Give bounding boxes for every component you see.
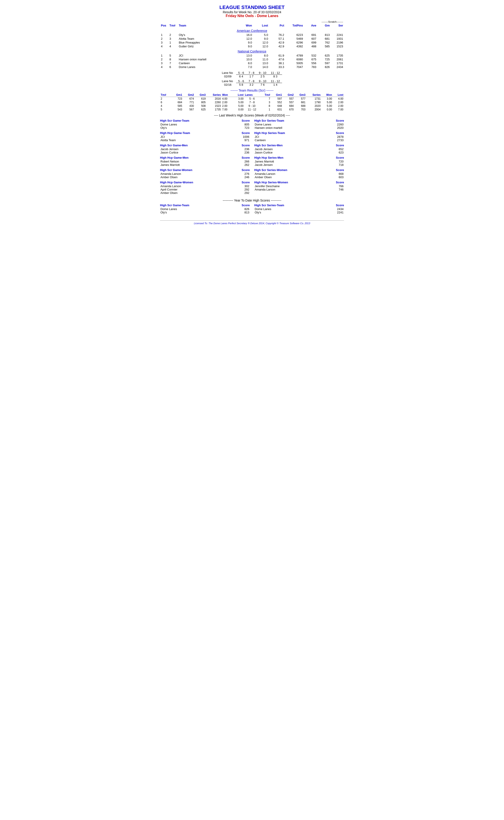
- last-week-title: ---- Last Week's High Scores (Week of 02…: [160, 114, 344, 117]
- team-name: Canteen: [178, 61, 237, 65]
- totpins: 7047: [285, 65, 304, 69]
- score-block-right: High Hcp Series-Women Score Jennifer Des…: [254, 181, 344, 195]
- pos: 4: [160, 65, 169, 69]
- res-gm1-1: 585: [171, 104, 183, 108]
- scorer-score: 292: [244, 188, 249, 191]
- col-won: Won: [237, 23, 253, 28]
- score-category-title: High Scr Game-Women: [160, 168, 192, 172]
- lost: 12.0: [253, 44, 269, 48]
- res-gm3-1: 805: [195, 101, 206, 104]
- ser: 2241: [331, 33, 344, 37]
- results-table: Tm#Gm1Gm2Gm3SeriesWonLostLanesTm#Gm1Gm2G…: [160, 93, 344, 111]
- res-lanes: 7 - 8: [244, 101, 260, 104]
- team-name: Dome Lanes: [178, 65, 237, 69]
- res-won-1: 4.00: [221, 97, 233, 101]
- score-block-left: High Hcp Game-Women Score Amanda Larson …: [160, 181, 250, 195]
- scorer-name: Jacob Jensen: [255, 163, 273, 167]
- scorer-name: April Cormier: [160, 188, 177, 191]
- score-entry: Oly's 723: [160, 126, 250, 129]
- score-category-title: High Scr Series-Team: [254, 204, 284, 207]
- score-col-label: Score: [336, 204, 344, 207]
- score-col-label: Score: [336, 156, 344, 159]
- lane-vals: 7 6: [257, 83, 269, 87]
- lane-assignment: Lane No 5 - 67 - 89 - 1011 - 1202/165 83…: [160, 79, 344, 86]
- res-gm1-1: 684: [171, 101, 183, 104]
- scorer-score: 723: [244, 126, 249, 129]
- score-entry: Amanda Larson 668: [254, 172, 344, 175]
- ave: 783: [304, 65, 317, 69]
- score-block-header: High Hcp Series-Women Score: [254, 181, 344, 184]
- results-col-header: Series: [206, 93, 221, 97]
- score-block-header: High Hcp Game-Team Score: [160, 131, 250, 135]
- gm: 585: [317, 44, 331, 48]
- gm: 597: [317, 61, 331, 65]
- totpins: 6296: [285, 41, 304, 44]
- lane-range: 7 - 8: [246, 79, 257, 83]
- score-entry: James Marriott 262: [160, 163, 250, 167]
- results-col-header: Won: [321, 93, 333, 97]
- score-col-label: Score: [242, 131, 250, 135]
- ave: 488: [304, 44, 317, 48]
- score-block-right: High Hcp Series-Team Score JCI 2878 Cant…: [254, 131, 344, 142]
- gm: 625: [317, 54, 331, 57]
- totpins: 5469: [285, 37, 304, 41]
- score-category-title: High Scr Series-Team: [254, 119, 284, 122]
- scorer-score: 246: [244, 175, 249, 179]
- score-block-right: High Scr Series-Women Score Amanda Larso…: [254, 168, 344, 179]
- won: 7.0: [237, 65, 253, 69]
- lost: 8.0: [253, 54, 269, 57]
- scratch-label: --------Scratch--------: [285, 20, 344, 23]
- res-series-1: 1523: [206, 104, 221, 108]
- ave: 691: [304, 33, 317, 37]
- team-name: Alotta Team: [178, 37, 237, 41]
- scorer-score: 652: [339, 147, 344, 151]
- results-col-header: Won: [221, 93, 233, 97]
- res-lost-1: 5.00: [233, 104, 244, 108]
- won: 16.0: [237, 33, 253, 37]
- score-block-left: High Scr Game-Team Score Dome Lanes 805 …: [160, 119, 250, 129]
- scorer-name: Oly's: [160, 211, 167, 214]
- score-col-label: Score: [336, 168, 344, 172]
- tm-num: 5: [169, 54, 178, 57]
- lost: 14.0: [253, 65, 269, 69]
- pos: 1: [160, 54, 169, 57]
- res-lost-2: 4.00: [333, 97, 344, 101]
- lost: 11.0: [253, 57, 269, 61]
- col-ser: Ser: [331, 23, 344, 28]
- scorer-score: 718: [339, 163, 344, 167]
- lane-vals: 3 2: [246, 83, 257, 87]
- scorer-score: 2733: [337, 138, 344, 142]
- tm-num: 8: [169, 57, 178, 61]
- score-block-left: High Scr Game-Women Score Amanda Larson …: [160, 168, 250, 179]
- team-name: Blue Pineapples: [178, 41, 237, 44]
- lost: 13.0: [253, 61, 269, 65]
- gm: 762: [317, 41, 331, 44]
- score-col-label: Score: [242, 119, 250, 122]
- score-col-label: Score: [336, 119, 344, 122]
- gm: 681: [317, 37, 331, 41]
- col-totpins: TotPins: [285, 23, 304, 28]
- score-entry: Oly's 813: [160, 211, 250, 214]
- res-lost-1: 0.00: [233, 108, 244, 111]
- totpins: 4789: [285, 54, 304, 57]
- score-block-header: High Scr Game-Men Score: [160, 144, 250, 147]
- tm-num: 6: [169, 65, 178, 69]
- res-gm2-2: 670: [283, 108, 294, 111]
- lane-label: Lane No: [222, 79, 236, 83]
- ave: 556: [304, 61, 317, 65]
- table-row: 3 7 Canteen 8.0 13.0 38.1 5005 556 597 1…: [160, 61, 344, 65]
- tm-num: 4: [169, 44, 178, 48]
- results-col-header: Lost: [333, 93, 344, 97]
- won: 10.0: [237, 57, 253, 61]
- res-gm2-1: 567: [183, 108, 195, 111]
- score-entry: Amanda Larson 302: [160, 184, 250, 188]
- table-row: 1 2 Oly's 16.0 5.0 76.2 6223 691 813 224…: [160, 33, 344, 37]
- results-col-header: Gm1: [171, 93, 183, 97]
- results-col-header: Gm1: [271, 93, 283, 97]
- scorer-name: Oly's: [255, 211, 261, 214]
- lane-range: 5 - 6: [236, 79, 246, 83]
- pos: 1: [160, 33, 169, 37]
- scorer-name: Oly's: [160, 126, 167, 129]
- score-block-left: High Scr Game-Men Score Jacob Jensen 236…: [160, 144, 250, 154]
- res-gm3-2: 688: [294, 104, 306, 108]
